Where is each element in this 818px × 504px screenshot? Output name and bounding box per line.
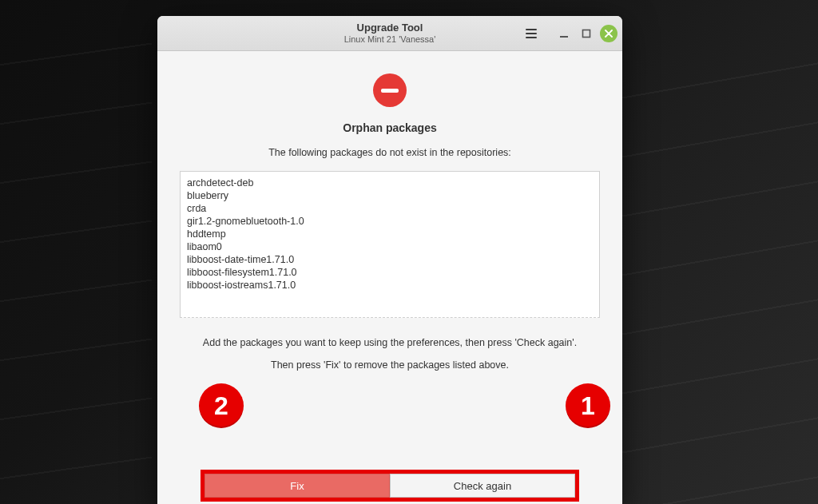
close-button[interactable]	[600, 25, 617, 42]
window-subtitle: Linux Mint 21 'Vanessa'	[344, 34, 436, 45]
list-item[interactable]: libboost-date-time1.71.0	[187, 253, 593, 266]
list-item[interactable]: archdetect-deb	[187, 177, 593, 189]
svg-rect-1	[583, 30, 590, 38]
buttons-highlight-frame: Fix Check again	[201, 470, 579, 502]
minimize-button[interactable]	[555, 25, 573, 42]
list-item[interactable]: libboost-iostreams1.71.0	[187, 279, 593, 292]
section-description: The following packages do not exist in t…	[268, 147, 511, 158]
list-item[interactable]: libaom0	[187, 240, 593, 253]
content-area: Orphan packages The following packages d…	[157, 51, 622, 504]
svg-rect-0	[560, 36, 568, 38]
fix-button[interactable]: Fix	[204, 474, 390, 498]
list-item[interactable]: crda	[187, 202, 593, 215]
title-wrap: Upgrade Tool Linux Mint 21 'Vanessa'	[344, 22, 436, 45]
window-controls	[520, 16, 617, 51]
upgrade-tool-window: Upgrade Tool Linux Mint 21 'Vanessa' Orp…	[157, 16, 622, 504]
list-item[interactable]: blueberry	[187, 189, 593, 202]
action-area: Fix Check again	[180, 470, 600, 504]
check-again-button[interactable]: Check again	[390, 474, 575, 498]
menu-icon[interactable]	[520, 22, 542, 45]
hint-text-1: Add the packages you want to keep using …	[203, 337, 577, 348]
section-heading: Orphan packages	[343, 121, 437, 134]
list-item[interactable]: libboost-filesystem1.71.0	[187, 266, 593, 279]
window-title: Upgrade Tool	[344, 22, 436, 34]
annotation-badge-2: 2	[199, 383, 244, 428]
annotation-badge-1: 1	[566, 383, 610, 428]
list-item[interactable]: gir1.2-gnomebluetooth-1.0	[187, 215, 593, 228]
orphan-packages-list[interactable]: archdetect-deb blueberry crda gir1.2-gno…	[180, 171, 600, 318]
list-item[interactable]: hddtemp	[187, 228, 593, 240]
maximize-button[interactable]	[578, 25, 595, 42]
hint-text-2: Then press 'Fix' to remove the packages …	[271, 359, 509, 371]
titlebar: Upgrade Tool Linux Mint 21 'Vanessa'	[157, 16, 622, 51]
stop-icon	[373, 73, 407, 107]
